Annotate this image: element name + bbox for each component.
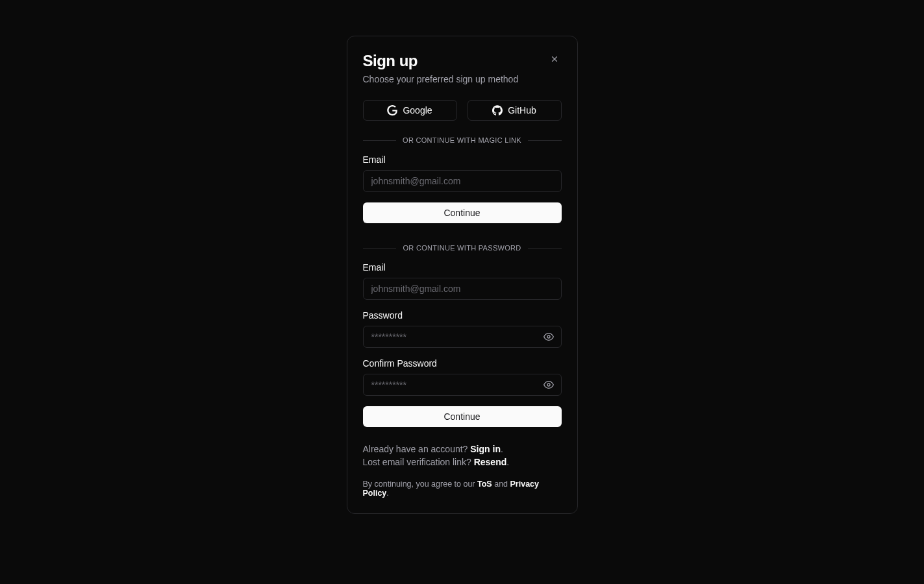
period: .	[506, 457, 509, 467]
legal-text: By continuing, you agree to our ToS and …	[363, 480, 562, 498]
google-label: Google	[403, 105, 432, 116]
card-header: Sign up	[363, 52, 562, 70]
lost-link-prefix: Lost email verification link?	[363, 457, 474, 467]
confirm-password-input[interactable]	[363, 374, 562, 396]
signup-card: Sign up Choose your preferred sign up me…	[347, 36, 578, 514]
toggle-password-visibility-button[interactable]	[542, 330, 555, 343]
password-email-input[interactable]	[363, 278, 562, 300]
password-input[interactable]	[363, 326, 562, 348]
password-email-label: Email	[363, 262, 562, 273]
magic-link-email-label: Email	[363, 154, 562, 165]
confirm-password-input-wrap	[363, 374, 562, 396]
google-icon	[387, 105, 397, 116]
lost-link-line: Lost email verification link? Resend.	[363, 456, 562, 468]
password-input-wrap	[363, 326, 562, 348]
divider-magic-link-text: OR CONTINUE WITH MAGIC LINK	[396, 136, 528, 144]
legal-prefix: By continuing, you agree to our	[363, 480, 478, 489]
github-label: GitHub	[508, 105, 536, 116]
legal-and: and	[492, 480, 510, 489]
footer-links: Already have an account? Sign in. Lost e…	[363, 443, 562, 469]
magic-link-email-input[interactable]	[363, 170, 562, 192]
tos-link[interactable]: ToS	[477, 480, 492, 489]
period: .	[501, 444, 503, 454]
existing-account-line: Already have an account? Sign in.	[363, 443, 562, 456]
password-group: Password	[363, 310, 562, 348]
existing-account-prefix: Already have an account?	[363, 444, 471, 454]
magic-link-email-group: Email	[363, 154, 562, 192]
divider-magic-link: OR CONTINUE WITH MAGIC LINK	[363, 136, 562, 144]
svg-point-3	[547, 383, 550, 386]
card-subtitle: Choose your preferred sign up method	[363, 74, 562, 84]
password-continue-button[interactable]: Continue	[363, 406, 562, 427]
eye-icon	[543, 380, 554, 390]
google-signup-button[interactable]: Google	[363, 100, 457, 121]
close-button[interactable]	[547, 52, 562, 66]
close-icon	[550, 55, 559, 64]
svg-point-2	[547, 335, 550, 338]
sign-in-link[interactable]: Sign in	[470, 444, 501, 454]
oauth-buttons-row: Google GitHub	[363, 100, 562, 121]
confirm-password-group: Confirm Password	[363, 358, 562, 396]
divider-password: OR CONTINUE WITH PASSWORD	[363, 244, 562, 252]
password-email-group: Email	[363, 262, 562, 300]
eye-icon	[543, 332, 554, 342]
divider-password-text: OR CONTINUE WITH PASSWORD	[396, 244, 527, 252]
card-title: Sign up	[363, 52, 418, 70]
github-icon	[492, 105, 503, 116]
toggle-confirm-password-visibility-button[interactable]	[542, 378, 555, 391]
resend-link[interactable]: Resend	[474, 457, 507, 467]
password-label: Password	[363, 310, 562, 321]
github-signup-button[interactable]: GitHub	[468, 100, 562, 121]
magic-link-continue-button[interactable]: Continue	[363, 202, 562, 223]
confirm-password-label: Confirm Password	[363, 358, 562, 369]
period: .	[386, 489, 388, 498]
